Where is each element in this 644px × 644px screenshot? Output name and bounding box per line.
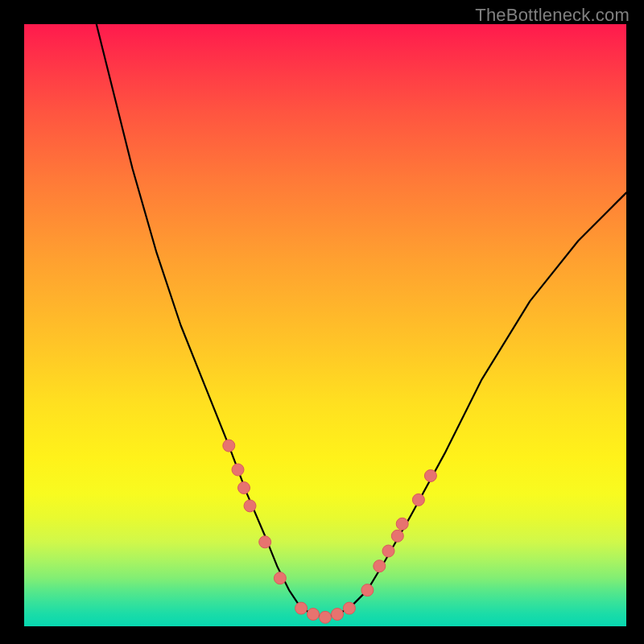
chart-marker bbox=[244, 500, 256, 512]
chart-marker bbox=[424, 470, 436, 482]
chart-marker bbox=[320, 611, 332, 623]
chart-container: TheBottleneck.com bbox=[0, 0, 644, 644]
chart-marker bbox=[274, 572, 286, 584]
chart-marker bbox=[374, 560, 386, 572]
chart-marker bbox=[308, 609, 320, 621]
chart-marker bbox=[332, 609, 344, 621]
chart-marker bbox=[238, 482, 250, 494]
chart-marker bbox=[295, 602, 308, 614]
chart-marker bbox=[361, 584, 374, 597]
chart-marker bbox=[259, 536, 271, 548]
chart-overlay-svg bbox=[24, 24, 626, 626]
chart-plot-area bbox=[24, 24, 626, 626]
chart-marker bbox=[223, 440, 235, 452]
chart-marker bbox=[343, 602, 355, 614]
chart-marker bbox=[391, 530, 403, 542]
bottleneck-curve bbox=[97, 24, 626, 617]
chart-marker bbox=[396, 518, 408, 530]
chart-markers-group bbox=[223, 440, 437, 623]
chart-marker bbox=[232, 464, 244, 476]
chart-marker bbox=[412, 493, 424, 506]
chart-marker bbox=[382, 545, 394, 557]
watermark-text: TheBottleneck.com bbox=[475, 5, 630, 26]
